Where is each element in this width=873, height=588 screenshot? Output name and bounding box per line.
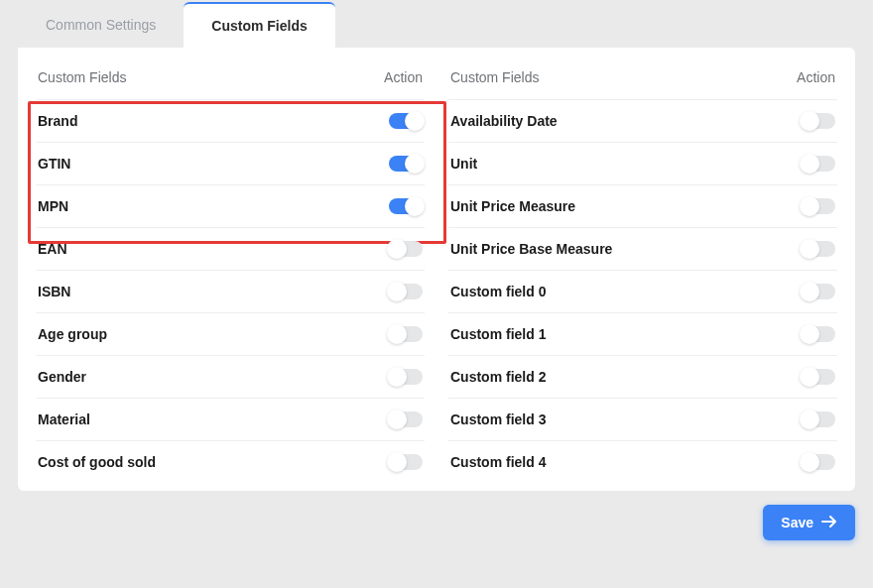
field-row: Brand bbox=[36, 99, 425, 142]
header-action-label: Action bbox=[797, 69, 835, 85]
tab-common-settings[interactable]: Common Settings bbox=[18, 2, 184, 48]
toggle-knob bbox=[387, 282, 407, 301]
field-row: Material bbox=[36, 398, 425, 440]
field-label: Custom field 0 bbox=[450, 284, 546, 299]
field-label: Unit bbox=[450, 156, 477, 172]
field-row: Custom field 1 bbox=[448, 312, 837, 355]
field-row: GTIN bbox=[36, 142, 425, 184]
field-row: Custom field 2 bbox=[448, 355, 837, 398]
toggle-knob bbox=[800, 452, 819, 472]
toggle-knob bbox=[800, 324, 819, 344]
header-fields-label: Custom Fields bbox=[450, 69, 539, 85]
field-toggle[interactable] bbox=[389, 326, 423, 342]
arrow-right-icon bbox=[821, 515, 837, 530]
save-button[interactable]: Save bbox=[763, 505, 855, 540]
field-toggle[interactable] bbox=[389, 156, 423, 172]
field-toggle[interactable] bbox=[389, 454, 423, 470]
field-row: Gender bbox=[36, 355, 425, 398]
toggle-knob bbox=[387, 324, 407, 344]
toggle-knob bbox=[800, 410, 819, 429]
field-label: Unit Price Base Measure bbox=[450, 241, 612, 257]
field-toggle[interactable] bbox=[389, 198, 423, 214]
toggle-knob bbox=[387, 367, 407, 387]
field-toggle[interactable] bbox=[802, 454, 835, 470]
field-label: Gender bbox=[38, 369, 86, 385]
custom-fields-panel: Custom Fields Action BrandGTINMPNEANISBN… bbox=[18, 48, 855, 491]
field-label: ISBN bbox=[38, 284, 70, 299]
toggle-knob bbox=[405, 111, 425, 131]
fields-column-left: Custom Fields Action BrandGTINMPNEANISBN… bbox=[36, 63, 425, 483]
toggle-knob bbox=[800, 239, 819, 259]
tab-custom-fields[interactable]: Custom Fields bbox=[184, 2, 334, 48]
field-label: Custom field 2 bbox=[450, 369, 546, 385]
field-label: MPN bbox=[38, 198, 68, 214]
fields-column-right: Custom Fields Action Availability DateUn… bbox=[448, 63, 837, 483]
field-toggle[interactable] bbox=[389, 241, 423, 257]
field-row: Age group bbox=[36, 312, 425, 355]
field-label: Cost of good sold bbox=[38, 454, 156, 470]
toggle-knob bbox=[800, 111, 819, 131]
field-toggle[interactable] bbox=[802, 412, 835, 427]
column-header: Custom Fields Action bbox=[448, 63, 837, 99]
header-fields-label: Custom Fields bbox=[38, 69, 126, 85]
field-toggle[interactable] bbox=[802, 326, 835, 342]
toggle-knob bbox=[405, 154, 425, 174]
field-toggle[interactable] bbox=[389, 284, 423, 299]
field-toggle[interactable] bbox=[802, 369, 835, 385]
field-label: Brand bbox=[38, 113, 77, 129]
field-label: Age group bbox=[38, 326, 107, 342]
field-toggle[interactable] bbox=[802, 241, 835, 257]
field-toggle[interactable] bbox=[389, 113, 423, 129]
field-label: Custom field 1 bbox=[450, 326, 546, 342]
field-row: EAN bbox=[36, 227, 425, 270]
field-row: Custom field 0 bbox=[448, 270, 837, 312]
toggle-knob bbox=[387, 239, 407, 259]
field-row: Unit bbox=[448, 142, 837, 184]
toggle-knob bbox=[387, 452, 407, 472]
field-label: Custom field 3 bbox=[450, 412, 546, 427]
field-label: Unit Price Measure bbox=[450, 198, 575, 214]
toggle-knob bbox=[800, 154, 819, 174]
footer: Save bbox=[0, 491, 873, 540]
field-row: Unit Price Base Measure bbox=[448, 227, 837, 270]
toggle-knob bbox=[800, 367, 819, 387]
field-label: Availability Date bbox=[450, 113, 558, 129]
field-toggle[interactable] bbox=[802, 113, 835, 129]
field-row: ISBN bbox=[36, 270, 425, 312]
header-action-label: Action bbox=[384, 69, 423, 85]
field-label: EAN bbox=[38, 241, 67, 257]
toggle-knob bbox=[405, 196, 425, 216]
save-button-label: Save bbox=[781, 515, 813, 530]
field-toggle[interactable] bbox=[802, 284, 835, 299]
field-toggle[interactable] bbox=[802, 156, 835, 172]
toggle-knob bbox=[800, 196, 819, 216]
field-label: Material bbox=[38, 412, 90, 427]
column-header: Custom Fields Action bbox=[36, 63, 425, 99]
field-row: Availability Date bbox=[448, 99, 837, 142]
field-row: Cost of good sold bbox=[36, 440, 425, 483]
toggle-knob bbox=[387, 410, 407, 429]
field-toggle[interactable] bbox=[802, 198, 835, 214]
field-row: Custom field 4 bbox=[448, 440, 837, 483]
field-toggle[interactable] bbox=[389, 369, 423, 385]
field-row: Unit Price Measure bbox=[448, 184, 837, 227]
field-row: Custom field 3 bbox=[448, 398, 837, 440]
toggle-knob bbox=[800, 282, 819, 301]
field-label: Custom field 4 bbox=[450, 454, 546, 470]
field-row: MPN bbox=[36, 184, 425, 227]
field-label: GTIN bbox=[38, 156, 70, 172]
tab-bar: Common Settings Custom Fields bbox=[0, 0, 873, 48]
field-toggle[interactable] bbox=[389, 412, 423, 427]
